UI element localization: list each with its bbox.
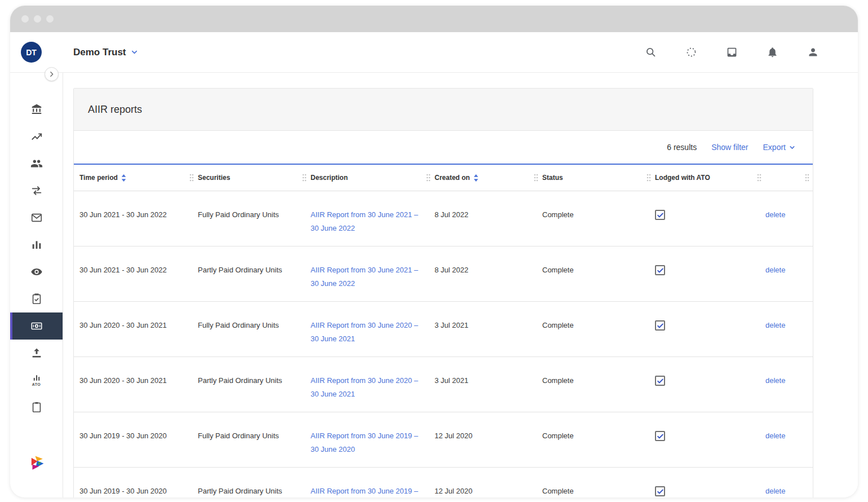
sidebar-item-registers[interactable] bbox=[10, 394, 63, 421]
entity-name: Demo Trust bbox=[73, 47, 126, 58]
sidebar-item-upload[interactable] bbox=[10, 340, 63, 367]
cell-status: Complete bbox=[537, 302, 649, 356]
show-filter-link[interactable]: Show filter bbox=[711, 143, 748, 152]
page-title: AIIR reports bbox=[88, 104, 142, 116]
sidebar-item-holders[interactable] bbox=[10, 150, 63, 177]
ato-label: ATO bbox=[32, 382, 41, 386]
delete-link[interactable]: delete bbox=[765, 210, 785, 219]
cell-lodged bbox=[649, 412, 760, 467]
inbox-icon[interactable] bbox=[725, 46, 738, 59]
bell-icon[interactable] bbox=[766, 46, 778, 59]
avatar[interactable]: DT bbox=[21, 42, 42, 63]
column-header-created-on[interactable]: Created on bbox=[429, 174, 537, 182]
window-control-dot[interactable] bbox=[21, 15, 29, 23]
cell-description: AIIR Report from 30 June 2020 – 30 June … bbox=[305, 357, 429, 412]
report-link[interactable]: AIIR Report from 30 June 2019 – 30 June … bbox=[311, 429, 422, 456]
column-header-description[interactable]: Description bbox=[305, 174, 429, 182]
header-icons bbox=[644, 46, 819, 59]
cell-time-period: 30 Jun 2020 - 30 Jun 2021 bbox=[74, 302, 192, 356]
window-control-dot[interactable] bbox=[34, 15, 41, 23]
cell-actions: delete bbox=[760, 412, 813, 467]
table-row: 30 Jun 2020 - 30 Jun 2021 Fully Paid Ord… bbox=[74, 302, 813, 357]
column-drag-handle[interactable] bbox=[805, 174, 809, 182]
column-drag-handle[interactable] bbox=[646, 174, 651, 182]
window-control-dot[interactable] bbox=[46, 15, 54, 23]
cell-status: Complete bbox=[537, 357, 649, 412]
sidebar-item-tasks[interactable] bbox=[10, 285, 63, 312]
sidebar-item-ato-reports[interactable]: ATO bbox=[10, 367, 63, 394]
delete-link[interactable]: delete bbox=[765, 376, 785, 385]
report-link[interactable]: AIIR Report from 30 June 2021 – 30 June … bbox=[311, 263, 422, 290]
cell-description: AIIR Report from 30 June 2021 – 30 June … bbox=[305, 246, 429, 301]
spinner-icon[interactable] bbox=[685, 46, 697, 59]
column-drag-handle[interactable] bbox=[426, 174, 431, 182]
cell-lodged bbox=[649, 357, 760, 412]
sidebar-expand-button[interactable] bbox=[45, 67, 59, 81]
results-count: 6 results bbox=[667, 143, 697, 152]
delete-link[interactable]: delete bbox=[765, 431, 785, 440]
column-drag-handle[interactable] bbox=[189, 174, 194, 182]
column-drag-handle[interactable] bbox=[534, 174, 538, 182]
delete-link[interactable]: delete bbox=[765, 487, 785, 495]
entity-switcher[interactable]: Demo Trust bbox=[73, 47, 139, 58]
sidebar-item-review[interactable] bbox=[10, 258, 63, 285]
lodged-checkbox[interactable] bbox=[655, 320, 665, 331]
cell-lodged bbox=[649, 191, 760, 246]
sidebar-item-reports[interactable] bbox=[10, 231, 63, 258]
body: ATO AIIR reports bbox=[10, 73, 858, 497]
bank-icon bbox=[30, 103, 43, 116]
sort-icon[interactable] bbox=[121, 174, 126, 182]
people-icon bbox=[30, 157, 43, 170]
cell-actions: delete bbox=[760, 468, 813, 497]
table-toolbar: 6 results Show filter Export bbox=[74, 131, 813, 164]
cell-created-on: 8 Jul 2022 bbox=[429, 191, 537, 246]
report-link[interactable]: AIIR Report from 30 June 2019 – 30 June … bbox=[311, 485, 422, 497]
sidebar-item-performance[interactable] bbox=[10, 123, 63, 150]
bar-chart-icon bbox=[30, 239, 43, 251]
cell-actions: delete bbox=[760, 357, 813, 412]
column-header-time-period[interactable]: Time period bbox=[74, 174, 192, 182]
envelope-icon bbox=[30, 212, 43, 224]
cell-time-period: 30 Jun 2021 - 30 Jun 2022 bbox=[74, 246, 192, 301]
cell-created-on: 3 Jul 2021 bbox=[429, 302, 537, 356]
export-label: Export bbox=[763, 143, 786, 152]
export-menu-button[interactable]: Export bbox=[763, 143, 796, 152]
cell-lodged bbox=[649, 302, 760, 356]
app-window: DT Demo Trust bbox=[10, 6, 858, 497]
cell-securities: Partly Paid Ordinary Units bbox=[192, 357, 305, 412]
report-link[interactable]: AIIR Report from 30 June 2020 – 30 June … bbox=[311, 374, 422, 401]
cell-securities: Fully Paid Ordinary Units bbox=[192, 191, 305, 246]
cell-status: Complete bbox=[537, 412, 649, 467]
column-header-status[interactable]: Status bbox=[537, 174, 649, 182]
sidebar-item-transfers[interactable] bbox=[10, 177, 63, 204]
account-icon[interactable] bbox=[807, 46, 819, 59]
aiir-reports-table: Time period Securities Description bbox=[74, 164, 813, 497]
lodged-checkbox[interactable] bbox=[655, 376, 665, 386]
search-icon[interactable] bbox=[644, 46, 657, 59]
cell-time-period: 30 Jun 2021 - 30 Jun 2022 bbox=[74, 191, 192, 246]
lodged-checkbox[interactable] bbox=[655, 486, 665, 496]
cell-lodged bbox=[649, 468, 760, 497]
column-header-lodged-with-ato[interactable]: Lodged with ATO bbox=[649, 174, 760, 182]
column-drag-handle[interactable] bbox=[302, 174, 307, 182]
lodged-checkbox[interactable] bbox=[655, 265, 665, 275]
sidebar-item-communications[interactable] bbox=[10, 204, 63, 231]
line-chart-icon bbox=[30, 130, 43, 143]
lodged-checkbox[interactable] bbox=[655, 210, 665, 220]
brand-logo[interactable] bbox=[28, 455, 45, 474]
cell-status: Complete bbox=[537, 246, 649, 301]
report-link[interactable]: AIIR Report from 30 June 2020 – 30 June … bbox=[311, 319, 422, 346]
delete-link[interactable]: delete bbox=[765, 266, 785, 274]
column-drag-handle[interactable] bbox=[757, 174, 761, 182]
main-content: AIIR reports 6 results Show filter Expor… bbox=[63, 73, 858, 497]
sidebar-item-distributions[interactable] bbox=[10, 312, 63, 340]
cell-lodged bbox=[649, 246, 760, 301]
sort-icon[interactable] bbox=[473, 174, 479, 182]
report-link[interactable]: AIIR Report from 30 June 2021 – 30 June … bbox=[311, 208, 422, 235]
delete-link[interactable]: delete bbox=[765, 321, 785, 329]
sidebar-item-bank[interactable] bbox=[10, 96, 63, 123]
table-body: 30 Jun 2021 - 30 Jun 2022 Fully Paid Ord… bbox=[74, 191, 813, 497]
lodged-checkbox[interactable] bbox=[655, 431, 665, 441]
column-header-securities[interactable]: Securities bbox=[192, 174, 305, 182]
banknote-icon bbox=[30, 320, 43, 332]
